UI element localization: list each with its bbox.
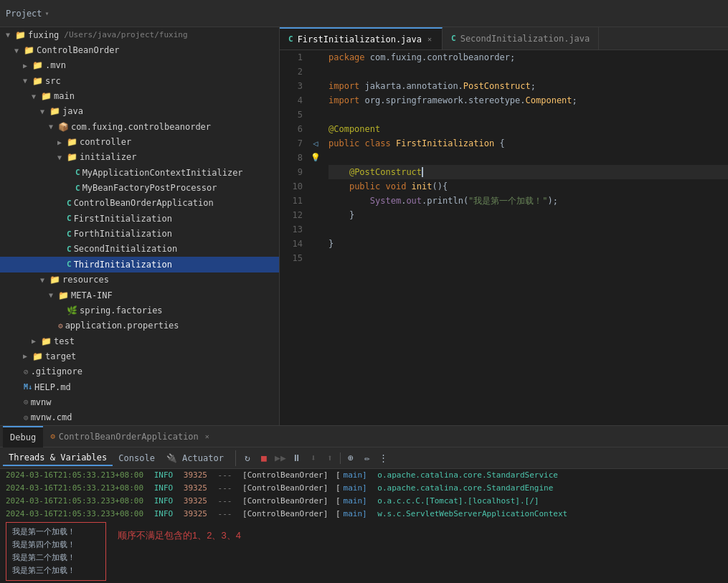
toolbar-tab-threads[interactable]: Threads & Variables: [3, 450, 113, 466]
sidebar-item-label: ThirdInitialization: [74, 260, 172, 270]
sidebar-item-thirdinitialization[interactable]: ▶ C ThirdInitialization: [0, 257, 279, 272]
sidebar-item-mvnw-cmd[interactable]: ▶ ⊙ mvnw.cmd: [0, 410, 279, 425]
sidebar-item-label: initializer: [80, 152, 136, 162]
sidebar-item-firstinitialization[interactable]: ▶ C FirstInitialization: [0, 211, 279, 226]
output-line: 我是第四个加载！: [12, 539, 100, 551]
sidebar-item-forthinitialization[interactable]: ▶ C ForthInitialization: [0, 226, 279, 241]
tab-label: FirstInitialization.java: [298, 34, 422, 44]
sidebar-item-secondinitialization[interactable]: ▶ C SecondInitialization: [0, 242, 279, 257]
code-token: }: [328, 208, 354, 222]
project-path: /Users/java/project/fuxing: [64, 30, 187, 39]
code-token: PostConstruct: [463, 79, 531, 93]
output-line: 我是第二个加载！: [12, 551, 100, 564]
gutter-cell: [308, 79, 323, 93]
tab-firstinitialization[interactable]: C FirstInitialization.java ✕: [280, 27, 443, 49]
sidebar-item-target[interactable]: ▶ 📁 target: [0, 349, 279, 364]
sidebar-item-help-md[interactable]: ▶ M↓ HELP.md: [0, 379, 279, 394]
line-number: 5: [280, 108, 303, 122]
resume-button[interactable]: ▶▶: [273, 450, 288, 466]
pause-button[interactable]: ⏸: [289, 450, 305, 466]
debug-tab-debug[interactable]: Debug: [3, 426, 43, 447]
code-token: .: [401, 194, 406, 208]
toolbar-tab-actuator[interactable]: 🔌 Actuator: [161, 451, 230, 465]
expand-icon: ▼: [49, 123, 56, 131]
code-token: import: [328, 79, 365, 93]
sidebar-item-controller[interactable]: ▶ 📁 controller: [0, 134, 279, 149]
cmd-icon: ⊙: [24, 413, 29, 422]
code-token: out: [406, 194, 422, 208]
sidebar-item-java[interactable]: ▼ 📁 java: [0, 104, 279, 119]
log-thread: main]: [344, 495, 367, 508]
project-title-text: Project: [6, 9, 42, 19]
sidebar-item-main[interactable]: ▼ 📁 main: [0, 88, 279, 103]
debug-tab-app[interactable]: ⚙ ControlBeanOrderApplication ✕: [43, 426, 217, 447]
sidebar-item-label: controller: [80, 137, 131, 147]
code-token: [328, 179, 349, 194]
code-line: public void init(){: [328, 179, 728, 194]
debug-tab-close-button[interactable]: ✕: [205, 432, 209, 440]
step-up-button[interactable]: ⬆: [322, 450, 338, 466]
sidebar-item-mybeanfactorypostprocessor[interactable]: ▶ C MyBeanFactoryPostProcessor: [0, 180, 279, 195]
toolbar-tab-console[interactable]: Console: [113, 451, 161, 465]
more-button[interactable]: ⋮: [376, 450, 392, 466]
code-token: package: [328, 50, 370, 65]
sidebar-item-spring-factories[interactable]: ▶ 🌿 spring.factories: [0, 303, 279, 318]
sidebar-item-controlbeanorderapplication[interactable]: ▶ C ControlBeanOrderApplication: [0, 196, 279, 211]
actuator-icon: 🔌: [166, 453, 177, 463]
tab-class-icon: C: [451, 34, 456, 43]
gutter-cell: [308, 194, 323, 208]
code-token: @PostConstruct: [349, 165, 422, 179]
edit-button[interactable]: ✏: [359, 450, 375, 466]
line-number: 4: [280, 93, 303, 108]
code-token: ;: [510, 50, 515, 65]
code-token: ;: [531, 79, 536, 93]
sidebar-item-test[interactable]: ▶ 📁 test: [0, 333, 279, 349]
sidebar-item-fuxing[interactable]: ▼ 📁 fuxing /Users/java/project/fuxing: [0, 27, 279, 42]
sidebar-item-mvn[interactable]: ▶ 📁 .mvn: [0, 58, 279, 73]
log-pid: 39325: [184, 508, 207, 521]
step-over-button[interactable]: ⬇: [306, 450, 321, 466]
sidebar-item-controlbeanorder[interactable]: ▼ 📁 ControlBeanOrder: [0, 42, 279, 57]
sidebar-item-mvnw[interactable]: ▶ ⊙ mvnw: [0, 394, 279, 409]
tab-close-button[interactable]: ✕: [426, 34, 433, 44]
log-level: INFO: [154, 495, 174, 508]
rerun-button[interactable]: ↻: [240, 450, 255, 466]
sidebar-item-label: ForthInitialization: [74, 229, 172, 239]
code-line: [328, 65, 728, 79]
gutter-cell: [308, 222, 323, 237]
code-editor[interactable]: 123456789101112131415 ◁💡 package com.fux…: [280, 50, 728, 425]
folder-icon: 📁: [32, 351, 43, 361]
sidebar-item-myapplicationcontextinitializer[interactable]: ▶ C MyApplicationContextInitializer: [0, 165, 279, 180]
code-token: com.fuxing.controlbeanorder: [370, 50, 510, 65]
folder-icon: 📁: [67, 137, 77, 147]
sidebar-item-gitignore[interactable]: ▶ ⊘ .gitignore: [0, 364, 279, 379]
class-icon: C: [67, 260, 72, 269]
toolbar-separator: [340, 452, 341, 464]
project-label[interactable]: Project ▾: [6, 9, 49, 19]
sidebar-item-meta-inf[interactable]: ▼ 📁 META-INF: [0, 288, 279, 303]
add-button[interactable]: ⊕: [343, 450, 359, 466]
tab-secondinitialization[interactable]: C SecondInitialization.java: [443, 27, 599, 49]
stop-button[interactable]: ■: [256, 450, 272, 466]
project-chevron-icon: ▾: [45, 9, 49, 17]
sidebar-item-label: .gitignore: [31, 366, 82, 376]
sidebar-item-label: fuxing: [28, 30, 59, 40]
log-bracket: [ControlBeanOrder]: [242, 469, 328, 482]
tab-label: SecondInitialization.java: [460, 34, 590, 44]
code-line: @Component: [328, 122, 728, 136]
sidebar-item-package[interactable]: ▼ 📦 com.fuxing.controlbeanorder: [0, 119, 279, 134]
sidebar-item-initializer[interactable]: ▼ 📁 initializer: [0, 150, 279, 165]
sidebar-item-label: ControlBeanOrder: [37, 45, 120, 55]
editor-tab-bar: C FirstInitialization.java ✕ C SecondIni…: [280, 27, 728, 50]
sidebar-item-application-properties[interactable]: ▶ ⚙ application.properties: [0, 318, 279, 333]
line-number: 15: [280, 251, 303, 265]
log-thread: main]: [344, 482, 367, 495]
sidebar-item-label: mvnw: [31, 397, 52, 407]
sidebar-item-src[interactable]: ▼ 📁 src: [0, 73, 279, 88]
line-number: 7: [280, 136, 303, 151]
code-token: org.springframework.stereotype.: [365, 93, 526, 108]
code-token: "我是第一个加载！": [468, 194, 547, 208]
line-number: 2: [280, 65, 303, 79]
log-dash: ---: [218, 482, 232, 495]
sidebar-item-resources[interactable]: ▼ 📁 resources: [0, 272, 279, 288]
